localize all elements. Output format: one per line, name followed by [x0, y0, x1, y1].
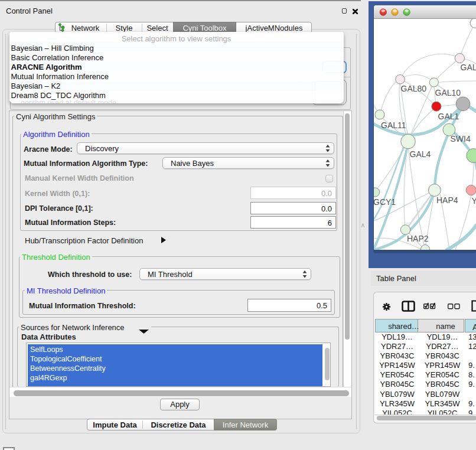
svg-text:GAL10: GAL10 — [435, 88, 461, 97]
svg-text:HAP4: HAP4 — [436, 195, 458, 205]
svg-text:Y: Y — [472, 196, 476, 206]
svg-text:GAL11: GAL11 — [381, 120, 406, 130]
svg-text:GAL: GAL — [461, 63, 476, 72]
svg-text:HAP2: HAP2 — [407, 234, 429, 243]
svg-text:GAL80: GAL80 — [401, 84, 427, 93]
svg-text:GAL1: GAL1 — [438, 112, 459, 121]
svg-text:SWI4: SWI4 — [451, 134, 471, 144]
svg-text:GAL4: GAL4 — [410, 149, 431, 159]
svg-text:GCY1: GCY1 — [374, 197, 396, 207]
